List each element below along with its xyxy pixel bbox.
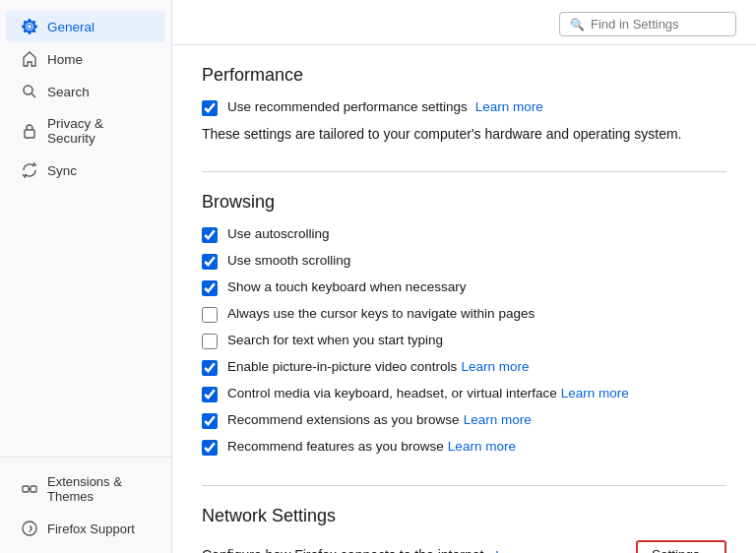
network-section: Network Settings Configure how Firefox c… [202, 506, 726, 553]
browsing-row-5: Enable picture-in-picture video controls… [202, 359, 726, 376]
lock-icon [22, 123, 37, 139]
browsing-checkbox-3[interactable] [202, 307, 218, 323]
browsing-checkbox-0[interactable] [202, 227, 218, 243]
use-recommended-label: Use recommended performance settings Lea… [227, 99, 543, 114]
browsing-label-6: Control media via keyboard, headset, or … [227, 386, 629, 400]
sidebar-item-privacy-label: Privacy & Security [47, 116, 150, 146]
sidebar: General Home Search [0, 0, 172, 553]
sidebar-item-support[interactable]: Firefox Support [6, 513, 165, 544]
sync-icon [22, 162, 37, 178]
svg-rect-4 [31, 486, 36, 492]
home-icon [22, 51, 37, 67]
network-desc: Configure how Firefox connects to the in… [202, 547, 563, 554]
svg-point-5 [23, 522, 36, 535]
network-row: Configure how Firefox connects to the in… [202, 540, 726, 553]
sidebar-item-sync-label: Sync [47, 163, 77, 178]
sidebar-item-home-label: Home [47, 52, 83, 67]
sidebar-item-search-label: Search [47, 85, 90, 99]
sidebar-nav: General Home Search [0, 10, 171, 457]
extensions-icon [22, 481, 37, 497]
browsing-row-7: Recommend extensions as you browseLearn … [202, 412, 726, 429]
find-in-settings-box[interactable]: 🔍 [559, 12, 736, 36]
sidebar-item-extensions-label: Extensions & Themes [47, 474, 150, 504]
divider-2 [202, 485, 726, 486]
browsing-row-1: Use smooth scrolling [202, 253, 726, 270]
main-content: 🔍 Performance Use recommended performanc… [172, 0, 756, 553]
browsing-label-0: Use autoscrolling [227, 226, 330, 241]
find-search-icon: 🔍 [570, 18, 585, 31]
sidebar-item-sync[interactable]: Sync [6, 154, 165, 186]
gear-icon [22, 19, 37, 34]
performance-desc: These settings are tailored to your comp… [202, 126, 726, 142]
divider-1 [202, 171, 726, 172]
performance-row: Use recommended performance settings Lea… [202, 99, 726, 116]
svg-point-0 [24, 86, 32, 94]
sidebar-item-extensions[interactable]: Extensions & Themes [6, 466, 165, 512]
browsing-link-7[interactable]: Learn more [464, 412, 532, 427]
sidebar-item-home[interactable]: Home [6, 43, 165, 75]
browsing-row-3: Always use the cursor keys to navigate w… [202, 306, 726, 323]
browsing-link-8[interactable]: Learn more [448, 439, 516, 454]
browsing-title: Browsing [202, 192, 726, 213]
browsing-checkbox-6[interactable] [202, 387, 218, 402]
browsing-label-3: Always use the cursor keys to navigate w… [227, 306, 535, 321]
browsing-checkbox-1[interactable] [202, 254, 218, 270]
browsing-checkbox-7[interactable] [202, 413, 218, 429]
sidebar-item-general-label: General [47, 20, 94, 34]
browsing-rows: Use autoscrollingUse smooth scrollingSho… [202, 226, 726, 456]
settings-content: Performance Use recommended performance … [172, 45, 756, 553]
support-icon [22, 521, 37, 536]
browsing-label-2: Show a touch keyboard when necessary [227, 279, 466, 294]
browsing-label-8: Recommend features as you browseLearn mo… [227, 439, 516, 454]
performance-section: Performance Use recommended performance … [202, 65, 726, 142]
sidebar-bottom: Extensions & Themes Firefox Support [0, 457, 171, 553]
performance-title: Performance [202, 65, 726, 86]
sidebar-item-privacy[interactable]: Privacy & Security [6, 108, 165, 154]
browsing-section: Browsing Use autoscrollingUse smooth scr… [202, 192, 726, 456]
browsing-checkbox-5[interactable] [202, 360, 218, 376]
browsing-link-6[interactable]: Learn more [561, 386, 629, 400]
browsing-row-2: Show a touch keyboard when necessary [202, 279, 726, 296]
browsing-row-6: Control media via keyboard, headset, or … [202, 386, 726, 402]
browsing-label-7: Recommend extensions as you browseLearn … [227, 412, 532, 427]
browsing-label-5: Enable picture-in-picture video controls… [227, 359, 529, 374]
browsing-checkbox-4[interactable] [202, 334, 218, 349]
browsing-row-0: Use autoscrolling [202, 226, 726, 243]
svg-line-1 [32, 93, 35, 97]
search-nav-icon [22, 84, 37, 99]
browsing-checkbox-8[interactable] [202, 440, 218, 456]
browsing-checkbox-2[interactable] [202, 280, 218, 296]
network-title: Network Settings [202, 506, 726, 526]
sidebar-item-support-label: Firefox Support [47, 522, 135, 536]
top-bar: 🔍 [172, 0, 756, 45]
svg-rect-2 [25, 130, 34, 138]
find-in-settings-input[interactable] [591, 17, 725, 31]
browsing-label-1: Use smooth scrolling [227, 253, 350, 268]
use-recommended-checkbox[interactable] [202, 100, 218, 116]
sidebar-item-search[interactable]: Search [6, 76, 165, 107]
browsing-link-5[interactable]: Learn more [461, 359, 529, 374]
browsing-row-4: Search for text when you start typing [202, 333, 726, 349]
sidebar-item-general[interactable]: General [6, 11, 165, 42]
performance-learn-more-link[interactable]: Learn more [475, 99, 543, 114]
network-learn-more-link[interactable]: Learn more [495, 548, 563, 554]
svg-rect-3 [23, 486, 29, 492]
network-settings-button[interactable]: Settings... [636, 540, 726, 553]
browsing-label-4: Search for text when you start typing [227, 333, 443, 347]
browsing-row-8: Recommend features as you browseLearn mo… [202, 439, 726, 456]
